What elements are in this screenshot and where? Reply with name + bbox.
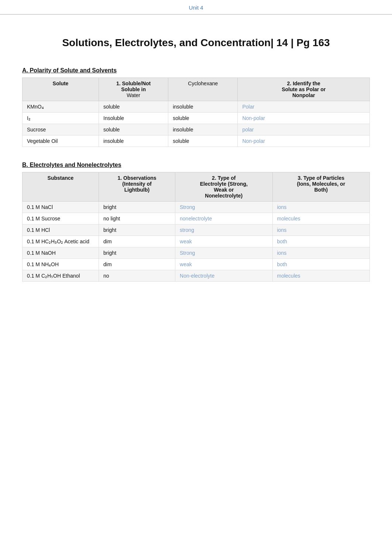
observation-cell: bright <box>99 224 175 236</box>
substance-cell: 0.1 M HC₂H₃O₂ Acetic acid <box>23 236 99 247</box>
particle-type-cell: ions <box>272 224 370 236</box>
substance-cell: 0.1 M C₂H₅OH Ethanol <box>23 270 99 282</box>
col-solute: Solute <box>23 78 99 101</box>
observation-cell: bright <box>99 247 175 259</box>
electrolyte-type-cell: nonelectrolyte <box>175 213 272 224</box>
table-row: Vegetable OilinsolublesolubleNon-polar <box>23 135 370 147</box>
observation-cell: bright <box>99 202 175 213</box>
section-a: A. Polarity of Solute and Solvents Solut… <box>22 67 370 147</box>
table-row: 0.1 M HClbrightstrongions <box>23 224 370 236</box>
solute-cell: Vegetable Oil <box>23 135 99 147</box>
water-solubility-cell: Insoluble <box>99 113 168 124</box>
table-row: KMnO₄solubleinsolublePolar <box>23 101 370 113</box>
electrolyte-type-cell: strong <box>175 224 272 236</box>
electrolyte-type-cell: Non-electrolyte <box>175 270 272 282</box>
particle-type-cell: molecules <box>272 270 370 282</box>
col-particle-type: 3. Type of Particles(Ions, Molecules, or… <box>272 172 370 202</box>
col-soluble: 1. Soluble/NotSoluble inWater <box>99 78 168 101</box>
col-cyclohexane: Cyclohexane <box>168 78 238 101</box>
table-row: Sucrosesolubleinsolublepolar <box>23 124 370 135</box>
polarity-cell: Non-polar <box>238 113 370 124</box>
solute-cell: I₂ <box>23 113 99 124</box>
polarity-cell: Non-polar <box>238 135 370 147</box>
page-title: Solutions, Electrolytes, and Concentrati… <box>22 37 370 49</box>
observation-cell: dim <box>99 259 175 270</box>
section-a-heading: A. Polarity of Solute and Solvents <box>22 67 370 74</box>
substance-cell: 0.1 M NaOH <box>23 247 99 259</box>
cyclohexane-solubility-cell: insoluble <box>168 101 238 113</box>
electrolyte-type-cell: weak <box>175 259 272 270</box>
col-substance: Substance <box>23 172 99 202</box>
polarity-cell: polar <box>238 124 370 135</box>
observation-cell: no light <box>99 213 175 224</box>
observation-cell: no <box>99 270 175 282</box>
water-solubility-cell: insoluble <box>99 135 168 147</box>
particle-type-cell: both <box>272 236 370 247</box>
solute-cell: Sucrose <box>23 124 99 135</box>
col-polarity: 2. Identify theSolute as Polar orNonpola… <box>238 78 370 101</box>
table-row: 0.1 M C₂H₅OH EthanolnoNon-electrolytemol… <box>23 270 370 282</box>
table-row: 0.1 M NaOHbrightStrongions <box>23 247 370 259</box>
electrolyte-type-cell: weak <box>175 236 272 247</box>
substance-cell: 0.1 M Sucrose <box>23 213 99 224</box>
table-row: 0.1 M NH₄OHdimweakboth <box>23 259 370 270</box>
substance-cell: 0.1 M NH₄OH <box>23 259 99 270</box>
table-row: I₂InsolublesolubleNon-polar <box>23 113 370 124</box>
col-observations: 1. Observations(Intensity ofLightbulb) <box>99 172 175 202</box>
main-content: Solutions, Electrolytes, and Concentrati… <box>0 15 392 319</box>
cyclohexane-solubility-cell: soluble <box>168 135 238 147</box>
water-solubility-cell: soluble <box>99 101 168 113</box>
electrolyte-type-cell: Strong <box>175 247 272 259</box>
particle-type-cell: molecules <box>272 213 370 224</box>
particle-type-cell: ions <box>272 247 370 259</box>
substance-cell: 0.1 M NaCl <box>23 202 99 213</box>
water-solubility-cell: soluble <box>99 124 168 135</box>
cyclohexane-solubility-cell: soluble <box>168 113 238 124</box>
table-row: 0.1 M HC₂H₃O₂ Acetic aciddimweakboth <box>23 236 370 247</box>
section-b: B. Electrolytes and Nonelectrolytes Subs… <box>22 162 370 282</box>
table-row: 0.1 M NaClbrightStrongions <box>23 202 370 213</box>
polarity-table: Solute 1. Soluble/NotSoluble inWater Cyc… <box>22 78 370 147</box>
electrolytes-table: Substance 1. Observations(Intensity ofLi… <box>22 172 370 282</box>
substance-cell: 0.1 M HCl <box>23 224 99 236</box>
unit-label: Unit 4 <box>189 4 203 11</box>
polarity-cell: Polar <box>238 101 370 113</box>
solute-cell: KMnO₄ <box>23 101 99 113</box>
top-bar: Unit 4 <box>0 0 392 15</box>
observation-cell: dim <box>99 236 175 247</box>
col-electrolyte-type: 2. Type ofElectrolyte (Strong,Weak orNon… <box>175 172 272 202</box>
electrolyte-type-cell: Strong <box>175 202 272 213</box>
particle-type-cell: ions <box>272 202 370 213</box>
table-row: 0.1 M Sucroseno lightnonelectrolytemolec… <box>23 213 370 224</box>
section-b-heading: B. Electrolytes and Nonelectrolytes <box>22 162 370 168</box>
cyclohexane-solubility-cell: insoluble <box>168 124 238 135</box>
particle-type-cell: both <box>272 259 370 270</box>
